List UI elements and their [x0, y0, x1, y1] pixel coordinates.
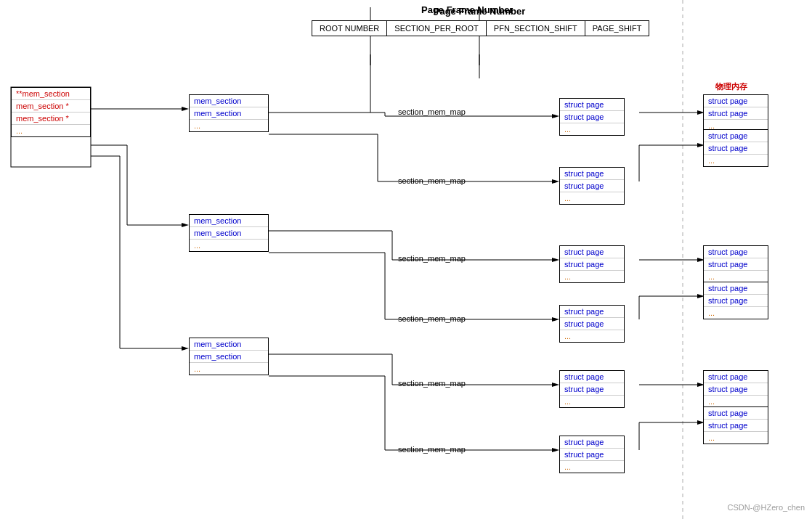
sp5-r3: ... — [560, 396, 624, 407]
left-struct-box: **mem_section mem_section * mem_section … — [11, 87, 91, 137]
phys-group-3: struct page struct page ... — [703, 245, 768, 283]
group1-box: mem_section mem_section ... — [189, 94, 269, 132]
svg-marker-13 — [182, 346, 189, 351]
g2-row-3: ... — [190, 240, 268, 251]
smm-label-2: section_mem_map — [398, 176, 466, 185]
sp6-r3: ... — [560, 461, 624, 473]
smm-label-1: section_mem_map — [398, 107, 466, 116]
svg-marker-26 — [552, 258, 559, 262]
sp-group-2: struct page struct page ... — [559, 167, 625, 205]
ph4-r1: struct page — [704, 282, 768, 295]
sp-group-3: struct page struct page ... — [559, 245, 625, 283]
ph1-r2: struct page — [704, 107, 768, 120]
sp-group-1: struct page struct page ... — [559, 98, 625, 136]
smm-label-3: section_mem_map — [398, 254, 466, 263]
g3-row-1: mem_section — [190, 338, 268, 351]
sp2-r2: struct page — [560, 180, 624, 192]
header-box-root: ROOT NUMBER — [312, 20, 387, 36]
g3-row-2: mem_section — [190, 351, 268, 363]
ph1-r1: struct page — [704, 95, 768, 107]
ph6-r3: ... — [704, 432, 768, 444]
ph4-r2: struct page — [704, 295, 768, 307]
smm-label-4: section_mem_map — [398, 314, 466, 323]
svg-marker-35 — [552, 383, 559, 387]
ph3-r2: struct page — [704, 258, 768, 271]
g2-row-2: mem_section — [190, 227, 268, 240]
sp4-r2: struct page — [560, 318, 624, 330]
sp3-r1: struct page — [560, 246, 624, 258]
sp-group-5: struct page struct page ... — [559, 370, 625, 408]
ph4-r3: ... — [704, 307, 768, 319]
sp1-r1: struct page — [560, 99, 624, 111]
svg-marker-31 — [552, 317, 559, 322]
sp5-r1: struct page — [560, 371, 624, 383]
ph2-r1: struct page — [704, 130, 768, 142]
sp6-r2: struct page — [560, 449, 624, 461]
sp-group-6: struct page struct page ... — [559, 436, 625, 473]
phys-group-4: struct page struct page ... — [703, 282, 768, 319]
ph2-r3: ... — [704, 155, 768, 166]
group2-box: mem_section mem_section ... — [189, 214, 269, 252]
svg-marker-17 — [552, 114, 559, 118]
g1-row-1: mem_section — [190, 95, 268, 107]
left-struct-label: **mem_section — [12, 88, 90, 100]
g1-row-2: mem_section — [190, 107, 268, 120]
sp5-r2: struct page — [560, 383, 624, 396]
phys-group-6: struct page struct page ... — [703, 406, 768, 444]
ph3-r3: ... — [704, 271, 768, 282]
sp1-r3: ... — [560, 123, 624, 135]
sp4-r3: ... — [560, 330, 624, 342]
left-row-3: ... — [12, 125, 90, 136]
physical-title: 物理内存 — [715, 81, 747, 92]
phys-group-1: struct page struct page ... — [703, 94, 768, 132]
ph3-r1: struct page — [704, 246, 768, 258]
svg-marker-9 — [182, 223, 189, 227]
ph6-r1: struct page — [704, 407, 768, 420]
left-row-1: mem_section * — [12, 100, 90, 113]
page-frame-title: Page Frame Number — [421, 4, 513, 15]
g1-row-3: ... — [190, 120, 268, 131]
watermark: CSDN-@HZero_chen — [727, 503, 805, 512]
ph5-r3: ... — [704, 396, 768, 407]
svg-marker-5 — [182, 107, 189, 111]
ph6-r2: struct page — [704, 420, 768, 432]
header-box-pfn: PFN_SECTION_SHIFT — [486, 20, 585, 36]
sp4-r1: struct page — [560, 306, 624, 318]
g2-row-1: mem_section — [190, 215, 268, 227]
sp3-r2: struct page — [560, 258, 624, 271]
ph5-r1: struct page — [704, 371, 768, 383]
group3-box: mem_section mem_section ... — [189, 338, 269, 375]
phys-group-5: struct page struct page ... — [703, 370, 768, 408]
header-box-page: PAGE_SHIFT — [585, 20, 650, 36]
smm-label-6: section_mem_map — [398, 445, 466, 454]
header-boxes: ROOT NUMBER SECTION_PER_ROOT PFN_SECTION… — [312, 20, 649, 36]
ph5-r2: struct page — [704, 383, 768, 396]
ph2-r2: struct page — [704, 142, 768, 155]
sp1-r2: struct page — [560, 111, 624, 123]
smm-label-5: section_mem_map — [398, 379, 466, 388]
phys-group-2: struct page struct page ... — [703, 129, 768, 167]
sp3-r3: ... — [560, 271, 624, 282]
g3-row-3: ... — [190, 363, 268, 375]
svg-marker-40 — [552, 448, 559, 452]
svg-marker-22 — [552, 179, 559, 184]
sp-group-4: struct page struct page ... — [559, 305, 625, 343]
left-row-2: mem_section * — [12, 113, 90, 125]
sp2-r1: struct page — [560, 168, 624, 180]
header-box-section: SECTION_PER_ROOT — [386, 20, 487, 36]
sp6-r1: struct page — [560, 436, 624, 449]
sp2-r3: ... — [560, 192, 624, 204]
diagram: Page Frame Number ROOT NUMBER SECTION_PE… — [0, 0, 812, 519]
